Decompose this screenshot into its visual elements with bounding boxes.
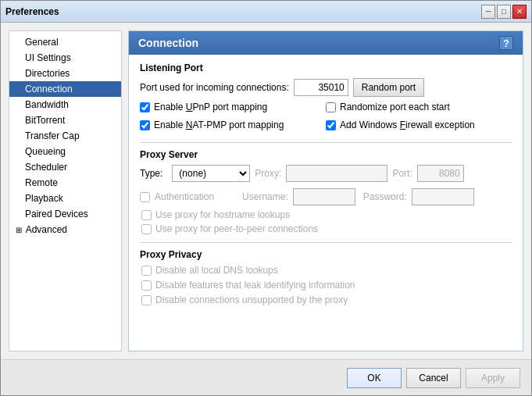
sidebar-item-bittorrent[interactable]: BitTorrent [9,112,121,128]
proxy-address-input[interactable] [286,165,387,182]
username-label: Username: [242,191,288,202]
proxy-port-input[interactable] [417,165,464,182]
upnp-checkbox[interactable] [140,102,150,112]
password-label: Password: [363,191,407,202]
auth-label: Authentication [155,191,214,202]
upnp-label: Enable UPnP port mapping [154,102,267,112]
minimize-button[interactable]: ─ [481,5,495,19]
dns-checkbox-row: Disable all local DNS lookups [141,265,512,276]
random-port-button[interactable]: Random port [353,78,424,97]
randomize-checkbox-row: Randomize port each start [326,102,512,112]
dns-label: Disable all local DNS lookups [155,265,278,276]
randomize-label: Randomize port each start [340,102,450,112]
window-title: Preferences [5,6,59,17]
dns-checkbox[interactable] [141,266,152,276]
peer-checkbox-row: Use proxy for peer-to-peer connections [141,223,512,234]
firewall-label: Add Windows Firewall exception [340,120,475,130]
port-label: Port used for incoming connections: [140,82,289,93]
title-bar-controls: ─ □ ✕ [481,5,527,19]
privacy-divider [140,242,512,243]
sidebar-item-label: Connection [25,84,73,95]
port-input[interactable] [294,79,348,96]
upnp-checkbox-row: Enable UPnP port mapping [140,102,326,112]
panel-header: Connection ? [129,31,523,55]
bottom-bar: OK Cancel Apply [1,359,531,395]
sidebar-item-label: Scheduler [25,162,67,173]
sidebar-item-directories[interactable]: Directories [9,66,121,81]
expand-icon: ⊞ [16,226,22,234]
sidebar-item-label: General [25,37,59,48]
proxy-section-label: Proxy Server [140,149,512,160]
sidebar-item-paired-devices[interactable]: Paired Devices [9,206,121,222]
proxy-type-row: Type: (none) HTTP SOCKS4 SOCKS5 Proxy: P… [140,165,512,182]
sidebar-item-playback[interactable]: Playback [9,191,121,206]
sidebar-item-remote[interactable]: Remote [9,175,121,191]
natpmp-label: Enable NAT-PMP port mapping [154,120,284,130]
sidebar-item-transfer-cap[interactable]: Transfer Cap [9,128,121,144]
leak-checkbox[interactable] [141,280,152,291]
sidebar-item-scheduler[interactable]: Scheduler [9,159,121,175]
apply-button[interactable]: Apply [466,368,520,388]
maximize-button[interactable]: □ [497,5,511,19]
sidebar-item-label: Queueing [25,146,66,157]
natpmp-checkbox[interactable] [140,120,150,130]
unsupported-label: Disable connections unsupported by the p… [155,294,348,305]
privacy-checkboxes: Disable all local DNS lookups Disable fe… [140,265,512,305]
privacy-section-label: Proxy Privacy [140,249,512,260]
sidebar-item-ui-settings[interactable]: UI Settings [9,50,121,66]
panel-title: Connection [138,37,198,49]
connection-panel: Connection ? Listening Port Port used fo… [128,30,523,351]
firewall-checkbox[interactable] [326,120,336,130]
sidebar-item-queueing[interactable]: Queueing [9,144,121,159]
peer-checkbox[interactable] [141,224,152,234]
leak-checkbox-row: Disable features that leak identifying i… [141,280,512,291]
sidebar-item-label: UI Settings [25,52,71,63]
unsupported-checkbox-row: Disable connections unsupported by the p… [141,294,512,305]
sidebar-item-general[interactable]: General [9,34,121,50]
content-area: Connection ? Listening Port Port used fo… [128,30,523,351]
panel-body: Listening Port Port used for incoming co… [129,55,523,351]
hostname-checkbox-row: Use proxy for hostname lookups [141,209,512,220]
cancel-button[interactable]: Cancel [406,368,461,388]
proxy-type-select[interactable]: (none) HTTP SOCKS4 SOCKS5 [172,165,250,182]
proxy-type-label: Type: [140,168,162,179]
peer-label: Use proxy for peer-to-peer connections [155,223,318,234]
proxy-divider [140,142,512,143]
port-checkboxes: Enable UPnP port mapping Randomize port … [140,102,512,134]
proxy-port-label: Port: [392,168,412,179]
sidebar-item-label: Paired Devices [25,209,88,219]
proxy-addr-label: Proxy: [255,168,281,179]
password-input[interactable] [412,188,474,205]
title-bar: Preferences ─ □ ✕ [1,1,531,23]
sidebar-item-bandwidth[interactable]: Bandwidth [9,97,121,112]
sidebar-item-label: Transfer Cap [25,130,80,141]
randomize-checkbox[interactable] [326,102,336,112]
hostname-checkbox[interactable] [141,210,152,220]
sidebar-item-label: Remote [25,177,58,188]
hostname-label: Use proxy for hostname lookups [155,209,290,220]
firewall-checkbox-row: Add Windows Firewall exception [326,120,512,130]
sidebar-item-label: Directories [25,68,70,79]
username-input[interactable] [293,188,355,205]
listening-port-section-label: Listening Port [140,62,512,73]
help-button[interactable]: ? [499,36,513,50]
sidebar-item-label: Playback [25,193,63,204]
sidebar-item-label: BitTorrent [25,115,65,126]
ok-button[interactable]: OK [347,368,402,388]
sidebar-item-label: Advanced [26,224,67,235]
natpmp-checkbox-row: Enable NAT-PMP port mapping [140,120,326,130]
unsupported-checkbox[interactable] [141,295,152,305]
sidebar-item-label: Bandwidth [25,99,69,110]
preferences-window: Preferences ─ □ ✕ General UI Settings Di… [0,0,532,396]
sidebar-item-connection[interactable]: Connection [9,81,121,97]
window-body: General UI Settings Directories Connecti… [1,23,531,359]
sidebar-item-advanced[interactable]: ⊞ Advanced [9,222,121,237]
port-row: Port used for incoming connections: Rand… [140,78,512,97]
close-button[interactable]: ✕ [512,5,527,19]
auth-row: Authentication Username: Password: [140,188,512,205]
sidebar: General UI Settings Directories Connecti… [9,30,122,351]
leak-label: Disable features that leak identifying i… [155,280,355,291]
auth-checkbox[interactable] [140,192,150,202]
